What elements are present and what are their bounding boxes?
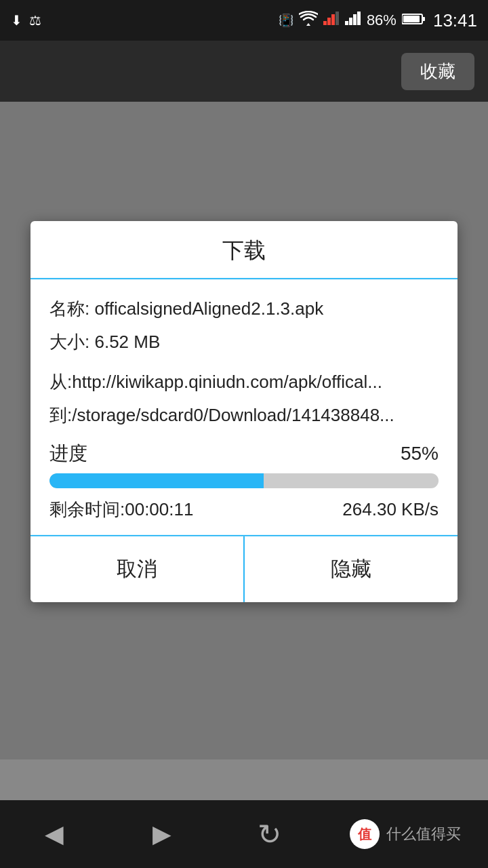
status-icons-right: 📳 bbox=[279, 10, 477, 31]
dialog-buttons: 取消 隐藏 bbox=[30, 535, 458, 602]
svg-rect-0 bbox=[323, 21, 327, 25]
file-name-row: 名称: officalsignedAligned2.1.3.apk bbox=[49, 296, 439, 322]
dialog-title: 下载 bbox=[30, 221, 458, 279]
svg-rect-5 bbox=[349, 18, 352, 25]
battery-percentage: 86% bbox=[367, 12, 396, 29]
progress-header: 进度 55% bbox=[49, 441, 439, 467]
download-speed: 264.30 KB/s bbox=[342, 499, 439, 520]
main-content: 下载 名称: officalsignedAligned2.1.3.apk 大小:… bbox=[0, 102, 488, 760]
dialog-body: 名称: officalsignedAligned2.1.3.apk 大小: 6.… bbox=[30, 279, 458, 535]
progress-fill bbox=[49, 473, 264, 488]
status-time: 13:41 bbox=[433, 10, 477, 31]
forward-icon: ▶ bbox=[152, 820, 171, 848]
from-url-row: 从:http://kiwikapp.qiniudn.com/apk/offica… bbox=[49, 369, 439, 395]
bookmark-button[interactable]: 收藏 bbox=[401, 53, 474, 90]
progress-track bbox=[49, 473, 439, 488]
back-button[interactable]: ◀ bbox=[27, 814, 81, 854]
svg-rect-4 bbox=[345, 21, 348, 25]
refresh-button[interactable]: ↻ bbox=[242, 814, 296, 854]
file-size-row: 大小: 6.52 MB bbox=[49, 329, 439, 355]
svg-rect-1 bbox=[327, 18, 331, 25]
vibrate-icon: 📳 bbox=[279, 13, 293, 28]
action-bar: 收藏 bbox=[0, 41, 488, 102]
brand-logo: 值 bbox=[350, 819, 380, 849]
back-icon: ◀ bbox=[45, 820, 64, 848]
signal-icon-2 bbox=[345, 12, 361, 29]
svg-rect-3 bbox=[336, 12, 339, 25]
scales-icon: ⚖ bbox=[29, 12, 41, 28]
svg-rect-7 bbox=[357, 12, 361, 25]
wifi-icon bbox=[299, 11, 318, 30]
refresh-icon: ↻ bbox=[258, 818, 281, 851]
forward-button[interactable]: ▶ bbox=[135, 814, 189, 854]
svg-rect-9 bbox=[422, 17, 425, 21]
svg-rect-10 bbox=[403, 16, 420, 22]
battery-icon bbox=[402, 12, 425, 29]
svg-rect-2 bbox=[331, 14, 335, 25]
status-bar: ⬇ ⚖ 📳 bbox=[0, 0, 488, 41]
to-label: 到: bbox=[49, 405, 72, 425]
to-path-link: /storage/sdcard0/Download/141438848... bbox=[72, 405, 394, 425]
brand-area: 值 什么值得买 bbox=[350, 819, 461, 849]
speed-row: 剩余时间:00:00:11 264.30 KB/s bbox=[49, 498, 439, 521]
download-dialog: 下载 名称: officalsignedAligned2.1.3.apk 大小:… bbox=[30, 221, 458, 602]
svg-rect-6 bbox=[353, 14, 357, 25]
cancel-button[interactable]: 取消 bbox=[30, 536, 245, 602]
brand-text: 什么值得买 bbox=[386, 824, 461, 844]
nav-bar: ◀ ▶ ↻ 值 什么值得买 bbox=[0, 800, 488, 868]
remaining-time: 剩余时间:00:00:11 bbox=[49, 498, 193, 521]
hide-button[interactable]: 隐藏 bbox=[245, 536, 458, 602]
download-icon: ⬇ bbox=[11, 12, 22, 28]
signal-icon-1 bbox=[323, 12, 340, 29]
status-icons-left: ⬇ ⚖ bbox=[11, 12, 41, 28]
progress-label: 进度 bbox=[49, 441, 87, 467]
to-path-row: 到:/storage/sdcard0/Download/141438848... bbox=[49, 402, 439, 429]
progress-percent: 55% bbox=[401, 443, 439, 465]
